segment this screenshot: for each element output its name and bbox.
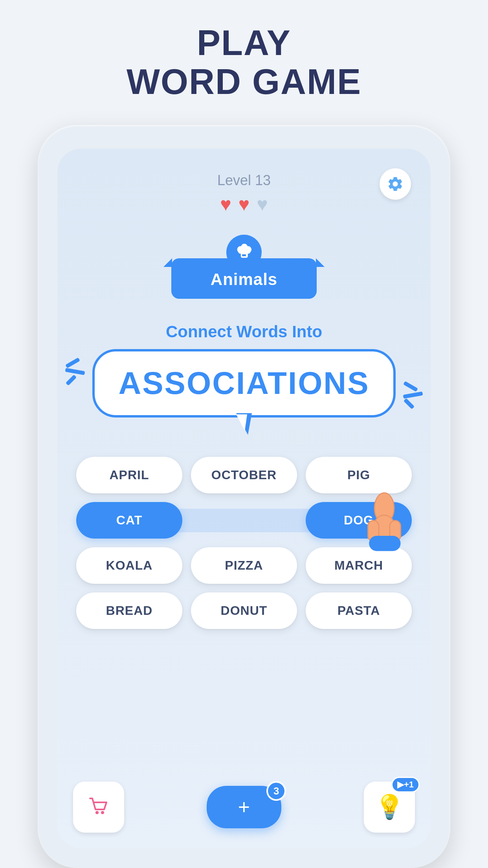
word-chip-pizza[interactable]: PIZZA xyxy=(191,547,297,584)
heart-1: ♥ xyxy=(220,193,231,215)
cart-icon xyxy=(87,795,110,819)
category-badge: Animals xyxy=(171,235,317,299)
word-chip-cat[interactable]: CAT xyxy=(76,502,182,539)
word-row-2: CAT DOG xyxy=(73,502,415,539)
associations-label: ASSOCIATIONS xyxy=(118,365,369,401)
settings-button[interactable] xyxy=(380,168,411,200)
category-icon-circle xyxy=(226,235,262,270)
bottom-toolbar: + 3 💡 ▶+1 xyxy=(73,782,415,833)
heart-3: ♥ xyxy=(257,193,268,215)
spark-left xyxy=(65,361,85,382)
word-chip-october[interactable]: OCTOBER xyxy=(191,457,297,493)
shop-button[interactable] xyxy=(73,782,124,833)
svg-rect-3 xyxy=(390,520,401,541)
word-grid: APRIL OCTOBER PIG CAT DOG xyxy=(73,457,415,629)
word-row-3: KOALA PIZZA MARCH xyxy=(73,547,415,584)
word-chip-pasta[interactable]: PASTA xyxy=(306,592,412,629)
spark-line-3 xyxy=(66,375,77,386)
spark-line-1 xyxy=(65,357,80,368)
word-chip-donut[interactable]: DONUT xyxy=(191,592,297,629)
add-icon: + xyxy=(238,797,250,817)
word-row-1: APRIL OCTOBER PIG xyxy=(73,457,415,493)
associations-bubble-area: ASSOCIATIONS xyxy=(77,349,411,417)
spark-line-6 xyxy=(404,398,415,409)
word-chip-bread[interactable]: BREAD xyxy=(76,592,182,629)
heart-2: ♥ xyxy=(238,193,250,215)
word-row-4: BREAD DONUT PASTA xyxy=(73,592,415,629)
word-chip-dog[interactable]: DOG xyxy=(306,502,412,539)
bulb-icon: 💡 xyxy=(375,795,404,819)
spark-right xyxy=(403,384,423,406)
gear-icon xyxy=(387,175,404,193)
page-title: PLAY WORD GAME xyxy=(127,24,361,101)
hint-button[interactable]: 💡 ▶+1 xyxy=(364,782,415,833)
spark-line-2 xyxy=(65,368,85,375)
add-count-badge: 3 xyxy=(266,781,286,801)
connection-line xyxy=(161,509,327,532)
add-button[interactable]: + 3 xyxy=(207,786,281,828)
svg-rect-2 xyxy=(368,520,379,541)
svg-rect-1 xyxy=(374,515,394,542)
word-chip-april[interactable]: APRIL xyxy=(76,457,182,493)
game-screen: Level 13 ♥ ♥ ♥ Animals Connect Words Int… xyxy=(57,149,431,848)
level-label: Level 13 xyxy=(217,172,271,189)
spark-line-4 xyxy=(403,381,418,392)
word-chip-march[interactable]: MARCH xyxy=(306,547,412,584)
spark-line-5 xyxy=(403,392,423,399)
category-label: Animals xyxy=(211,270,277,289)
svg-point-6 xyxy=(101,811,104,814)
hint-count-badge: ▶+1 xyxy=(391,777,420,793)
word-chip-pig[interactable]: PIG xyxy=(306,457,412,493)
svg-point-5 xyxy=(95,811,99,814)
level-info: Level 13 ♥ ♥ ♥ xyxy=(217,172,271,215)
hearts-row: ♥ ♥ ♥ xyxy=(217,193,271,215)
associations-bubble: ASSOCIATIONS xyxy=(92,349,395,417)
phone-frame: Level 13 ♥ ♥ ♥ Animals Connect Words Int… xyxy=(38,125,450,868)
word-chip-koala[interactable]: KOALA xyxy=(76,547,182,584)
svg-point-0 xyxy=(374,493,394,524)
connect-words-label: Connect Words Into xyxy=(166,322,322,341)
elephant-icon xyxy=(234,242,254,263)
